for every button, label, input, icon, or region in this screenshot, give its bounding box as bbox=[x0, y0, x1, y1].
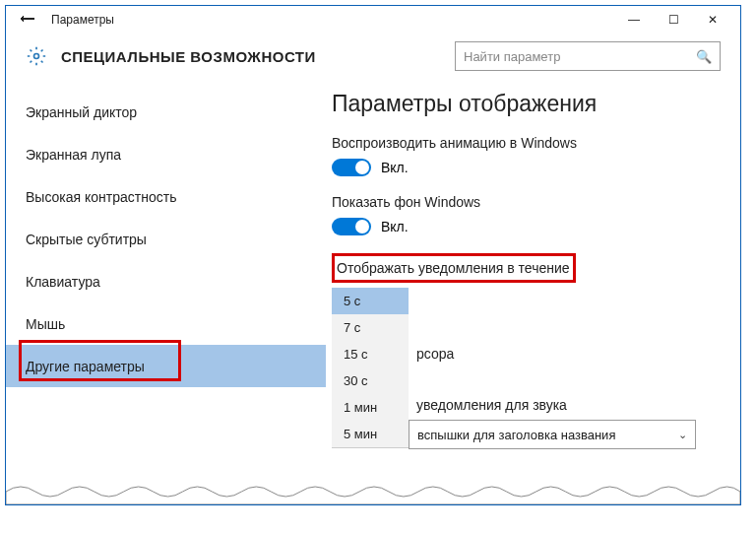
window-controls: — ☐ ✕ bbox=[614, 8, 732, 32]
sound-notifications-label: уведомления для звука bbox=[416, 397, 567, 413]
sidebar-item-label: Клавиатура bbox=[26, 274, 100, 290]
section-title: СПЕЦИАЛЬНЫЕ ВОЗМОЖНОСТИ bbox=[61, 48, 316, 65]
sidebar-item-label: Экранная лупа bbox=[26, 147, 121, 163]
back-button[interactable]: 🠔 bbox=[14, 11, 41, 29]
sidebar-item-other[interactable]: Другие параметры bbox=[6, 345, 326, 387]
sidebar-item-label: Высокая контрастность bbox=[26, 189, 176, 205]
dropdown-option-15s[interactable]: 15 с bbox=[332, 341, 409, 367]
torn-edge-decoration bbox=[6, 480, 740, 504]
gear-icon bbox=[26, 45, 47, 67]
animation-label: Воспроизводить анимацию в Windows bbox=[332, 135, 721, 151]
chevron-down-icon: ⌄ bbox=[678, 429, 687, 441]
sidebar-item-label: Скрытые субтитры bbox=[26, 232, 147, 247]
dropdown-option-1min[interactable]: 1 мин bbox=[332, 394, 409, 421]
notification-duration-dropdown[interactable]: 5 с 7 с 15 с 30 с 1 мин 5 мин bbox=[332, 288, 409, 448]
minimize-button[interactable]: — bbox=[614, 8, 654, 32]
dropdown-option-label: 1 мин bbox=[344, 400, 377, 415]
dropdown-option-label: 5 мин bbox=[344, 427, 377, 441]
sidebar-item-magnifier[interactable]: Экранная лупа bbox=[6, 133, 326, 175]
sidebar-item-contrast[interactable]: Высокая контрастность bbox=[6, 175, 326, 218]
combo-value: вспышки для заголовка названия bbox=[417, 428, 615, 442]
sidebar-item-keyboard[interactable]: Клавиатура bbox=[6, 260, 326, 302]
dropdown-option-label: 7 с bbox=[344, 320, 360, 335]
content-area: Экранный диктор Экранная лупа Высокая ко… bbox=[6, 85, 740, 504]
page-heading: Параметры отображения bbox=[332, 91, 721, 117]
visual-notifications-select[interactable]: вспышки для заголовка названия ⌄ bbox=[409, 420, 696, 449]
sidebar-item-label: Другие параметры bbox=[26, 359, 145, 374]
background-toggle-row: Вкл. bbox=[332, 218, 721, 235]
header-row: СПЕЦИАЛЬНЫЕ ВОЗМОЖНОСТИ Найти параметр 🔍 bbox=[6, 33, 740, 85]
main-panel: Параметры отображения Воспроизводить ани… bbox=[326, 85, 740, 504]
dropdown-option-label: 15 с bbox=[344, 347, 368, 362]
background-toggle[interactable] bbox=[332, 218, 371, 235]
notification-duration-label-highlight: Отображать уведомления в течение bbox=[332, 253, 576, 283]
dropdown-option-5s[interactable]: 5 с bbox=[332, 288, 409, 314]
sidebar-item-label: Экранный диктор bbox=[26, 104, 137, 120]
svg-point-0 bbox=[34, 54, 39, 59]
search-placeholder: Найти параметр bbox=[464, 49, 696, 64]
sidebar: Экранный диктор Экранная лупа Высокая ко… bbox=[6, 85, 326, 504]
animation-state: Вкл. bbox=[381, 160, 409, 175]
cursor-label-fragment: рсора bbox=[416, 346, 454, 362]
search-icon: 🔍 bbox=[696, 49, 712, 64]
settings-window: 🠔 Параметры — ☐ ✕ СПЕЦИАЛЬНЫЕ ВОЗМОЖНОСТ… bbox=[5, 5, 741, 505]
sidebar-item-captions[interactable]: Скрытые субтитры bbox=[6, 218, 326, 260]
background-label: Показать фон Windows bbox=[332, 194, 721, 210]
dropdown-option-label: 5 с bbox=[344, 294, 360, 308]
dropdown-option-5min[interactable]: 5 мин bbox=[332, 421, 409, 447]
window-title: Параметры bbox=[51, 13, 114, 27]
background-state: Вкл. bbox=[381, 219, 409, 234]
maximize-button[interactable]: ☐ bbox=[654, 8, 693, 32]
animation-toggle[interactable] bbox=[332, 159, 371, 176]
dropdown-option-30s[interactable]: 30 с bbox=[332, 367, 409, 394]
sidebar-item-narrator[interactable]: Экранный диктор bbox=[6, 91, 326, 133]
sidebar-item-mouse[interactable]: Мышь bbox=[6, 302, 326, 345]
notification-duration-label: Отображать уведомления в течение bbox=[337, 260, 573, 276]
close-button[interactable]: ✕ bbox=[693, 8, 732, 32]
dropdown-option-7s[interactable]: 7 с bbox=[332, 314, 409, 341]
dropdown-option-label: 30 с bbox=[344, 373, 368, 388]
search-input[interactable]: Найти параметр 🔍 bbox=[455, 41, 721, 71]
titlebar: 🠔 Параметры — ☐ ✕ bbox=[6, 6, 740, 33]
sidebar-item-label: Мышь bbox=[26, 316, 65, 332]
animation-toggle-row: Вкл. bbox=[332, 159, 721, 176]
